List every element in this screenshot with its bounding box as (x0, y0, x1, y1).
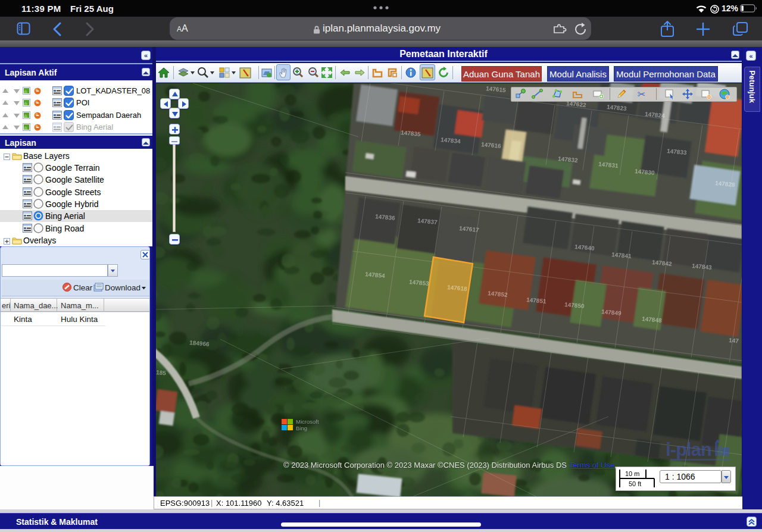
svg-text:185: 185 (156, 369, 167, 376)
svg-text:✂: ✂ (638, 89, 645, 99)
svg-text:10 m: 10 m (625, 470, 639, 477)
svg-text:147: 147 (729, 337, 739, 344)
svg-text:Bing: Bing (296, 425, 307, 431)
svg-text:50 ft: 50 ft (629, 480, 641, 487)
svg-text:Microsoft: Microsoft (296, 418, 319, 425)
svg-text:i-plan: i-plan (666, 439, 711, 460)
